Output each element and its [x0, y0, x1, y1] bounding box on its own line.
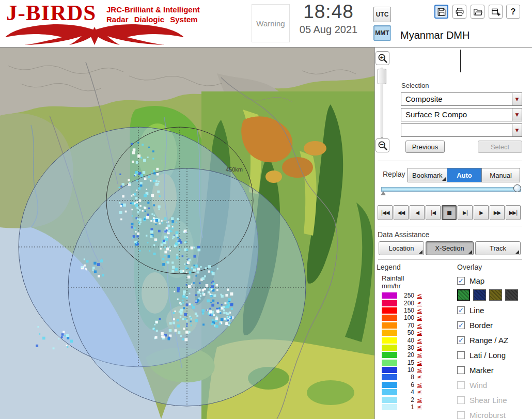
help-button[interactable]: ?: [506, 5, 520, 19]
map-swatch-green[interactable]: [457, 289, 470, 301]
overlay-item-map[interactable]: ✓ Map: [457, 274, 532, 287]
overlay-item-lati-long[interactable]: Lati / Long: [457, 348, 532, 363]
legend-le-link[interactable]: ≤: [417, 366, 422, 374]
station-title: Myanmar DMH: [400, 29, 470, 41]
zoom-slider-thumb[interactable]: [378, 69, 386, 84]
select-button[interactable]: Select: [478, 141, 522, 153]
location-button[interactable]: Location: [379, 241, 424, 255]
legend-le-link[interactable]: ≤: [417, 314, 422, 321]
legend-le-link[interactable]: ≤: [417, 396, 422, 404]
clock: 18:48 05 Aug 2021: [287, 1, 370, 36]
map-swatch-navy[interactable]: [473, 289, 486, 301]
checkbox-marker[interactable]: [457, 366, 465, 374]
legend-le-link[interactable]: ≤: [417, 404, 422, 411]
legend-row: 70≤: [382, 322, 422, 329]
fast-forward-button[interactable]: ▶▶: [490, 205, 505, 220]
auto-mode-button[interactable]: Auto: [447, 168, 482, 182]
legend-le-link[interactable]: ≤: [417, 374, 422, 381]
legend-le-link[interactable]: ≤: [417, 292, 422, 299]
overlay-item-range-az[interactable]: ✓ Range / AZ: [457, 333, 532, 348]
legend-swatch: [382, 352, 397, 358]
window-plus-icon: [491, 7, 500, 17]
overlay-item-shear-line: Shear Line: [457, 393, 532, 408]
track-button[interactable]: Track: [475, 241, 521, 255]
checkbox-lati-long[interactable]: [457, 351, 465, 359]
question-mark-icon: ?: [511, 7, 516, 17]
bookmark-button[interactable]: Bookmark: [408, 168, 447, 182]
legend-swatch: [382, 404, 397, 410]
legend-row: 20≤: [382, 351, 422, 359]
composite-dropdown[interactable]: Composite ▼: [401, 92, 522, 106]
zoom-slider[interactable]: [378, 68, 387, 138]
clock-date: 05 Aug 2021: [287, 24, 370, 36]
overlay-item-line[interactable]: ✓ Line: [457, 303, 532, 318]
mmt-button[interactable]: MMT: [373, 25, 391, 41]
legend-le-link[interactable]: ≤: [417, 300, 422, 307]
step-forward-button[interactable]: ▶|: [458, 205, 473, 220]
legend-value: 15: [401, 359, 414, 366]
legend-le-link[interactable]: ≤: [417, 329, 422, 336]
legend-swatch: [382, 292, 397, 299]
legend-row: 10≤: [382, 366, 422, 374]
chevron-down-icon[interactable]: ▼: [512, 93, 522, 105]
map-swatch-olive[interactable]: [489, 289, 502, 301]
checkbox-range-az[interactable]: ✓: [457, 336, 465, 344]
utc-button[interactable]: UTC: [373, 7, 391, 22]
checkbox-map[interactable]: ✓: [457, 277, 465, 285]
playback-controls: |◀◀ ◀◀ ◀ |◀ ■ ▶| ▶ ▶▶ ▶▶|: [378, 205, 521, 220]
overlay-item-marker[interactable]: Marker: [457, 363, 532, 378]
manual-mode-button[interactable]: Manual: [482, 168, 520, 182]
legend-swatch: [382, 389, 397, 395]
zoom-in-button[interactable]: +: [375, 51, 389, 65]
magnifier-plus-icon: +: [378, 53, 388, 64]
legend-le-link[interactable]: ≤: [417, 307, 422, 314]
open-button[interactable]: [471, 5, 484, 19]
chevron-down-icon[interactable]: ▼: [512, 108, 522, 121]
legend-value: 150: [401, 307, 414, 314]
extra-dropdown[interactable]: ▼: [401, 123, 522, 137]
replay-timeline[interactable]: [381, 184, 521, 195]
map-swatch-gray[interactable]: [505, 289, 518, 301]
legend-value: 50: [401, 329, 414, 336]
legend-le-link[interactable]: ≤: [417, 381, 422, 389]
radar-map[interactable]: 450km: [0, 48, 374, 419]
legend-le-link[interactable]: ≤: [417, 337, 422, 344]
previous-button[interactable]: Previous: [405, 141, 445, 153]
new-window-button[interactable]: [489, 5, 503, 19]
legend-le-link[interactable]: ≤: [417, 359, 422, 366]
print-button[interactable]: [452, 5, 466, 19]
checkbox-border[interactable]: ✓: [457, 321, 465, 329]
data-assistance-label: Data Assistance: [378, 230, 429, 239]
skip-to-start-button[interactable]: |◀◀: [378, 205, 393, 220]
map-area[interactable]: 450km: [0, 48, 374, 419]
timeline-track[interactable]: [381, 187, 521, 192]
overlay-options: ✓ Map ✓ Line ✓ Border ✓ Range / AZ Lati …: [457, 274, 532, 419]
legend-le-link[interactable]: ≤: [417, 351, 422, 359]
zoom-out-button[interactable]: −: [375, 138, 389, 152]
fast-rewind-button[interactable]: ◀◀: [394, 205, 409, 220]
legend-le-link[interactable]: ≤: [417, 344, 422, 351]
legend-value: 10: [401, 366, 414, 374]
save-button[interactable]: [434, 5, 448, 19]
x-section-button[interactable]: X-Section: [426, 241, 474, 255]
legend-row: 50≤: [382, 329, 422, 336]
overlay-label-marker: Marker: [470, 366, 494, 375]
timeline-handle[interactable]: [513, 184, 521, 192]
play-button[interactable]: ▶: [474, 205, 489, 220]
legend-row: 2≤: [382, 396, 422, 403]
overlay-item-border[interactable]: ✓ Border: [457, 318, 532, 333]
legend-le-link[interactable]: ≤: [417, 322, 422, 329]
skip-to-end-button[interactable]: ▶▶|: [506, 205, 521, 220]
warning-indicator[interactable]: Warning: [252, 4, 290, 42]
play-reverse-button[interactable]: ◀: [410, 205, 425, 220]
step-back-button[interactable]: |◀: [426, 205, 441, 220]
legend-row: 40≤: [382, 336, 422, 344]
legend-swatch: [382, 360, 397, 366]
product-dropdown[interactable]: Surface R Compo ▼: [401, 108, 522, 121]
legend-swatch: [382, 382, 397, 388]
chevron-down-icon[interactable]: ▼: [512, 124, 522, 136]
checkbox-line[interactable]: ✓: [457, 306, 465, 314]
dropdown-value: Composite: [401, 93, 522, 105]
legend-le-link[interactable]: ≤: [417, 389, 422, 396]
stop-button[interactable]: ■: [442, 205, 457, 220]
